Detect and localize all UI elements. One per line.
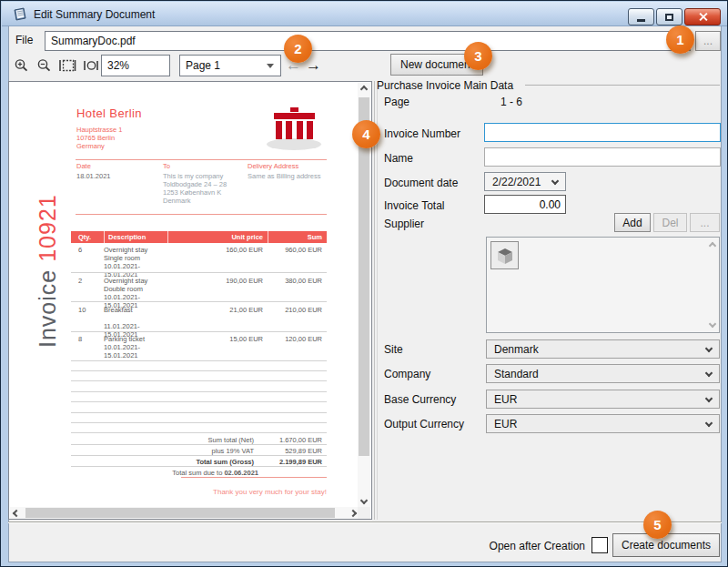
close-icon (698, 12, 708, 22)
fit-width-button[interactable] (81, 56, 101, 75)
supplier-add-button[interactable]: Add (614, 213, 651, 232)
chevron-left-icon (13, 509, 20, 516)
pdf-preview-pane[interactable]: Invoice 10921 Hotel Berlin Hauptstrasse … (8, 81, 372, 520)
invoice-total-row: Total sum (Gross)2.199,89 EUR (71, 458, 322, 466)
name-input[interactable] (484, 147, 721, 167)
invoice-thanks-text: Thank you very much for your stay! (118, 488, 327, 496)
invoice-table-row: 2 Overnight stayDouble room 10.01.2021-1… (71, 277, 327, 309)
annotation-callout-1: 1 (666, 25, 694, 54)
page-select-value: Page 1 (186, 59, 220, 72)
invoice-due-line: Total sum due to 02.06.2021 (71, 469, 258, 477)
chevron-down-icon (709, 320, 716, 328)
page-value: 1 - 6 (500, 96, 522, 108)
company-select[interactable]: Standard (486, 364, 720, 383)
window-frame-bottom (2, 562, 728, 567)
invoice-rule-top (76, 159, 327, 160)
window-title: Edit Summary Document (34, 8, 155, 21)
scroll-up-button[interactable] (706, 239, 719, 252)
supplier-list-scrollbar[interactable] (706, 238, 719, 332)
invoice-hotel-address: Hauptstrasse 1 10765 Berlin Germany (76, 126, 122, 150)
site-select[interactable]: Denmark (486, 339, 720, 359)
scroll-left-button[interactable] (10, 507, 23, 519)
fit-page-icon (58, 58, 76, 73)
cube-icon (496, 247, 514, 265)
document-date-label: Document date (384, 177, 458, 189)
minimize-button[interactable] (628, 8, 654, 25)
open-after-creation-checkbox[interactable] (592, 537, 608, 553)
invoice-rotated-title: Invoice 10921 (35, 194, 61, 348)
supplier-list[interactable] (486, 237, 720, 333)
close-button[interactable] (684, 8, 721, 25)
invoice-date-value: 18.01.2021 (76, 172, 111, 180)
supplier-list-item[interactable] (490, 241, 519, 269)
annotation-callout-5: 5 (643, 511, 672, 539)
title-bar[interactable]: Edit Summary Document (2, 2, 728, 26)
base-currency-label: Base Currency (384, 393, 456, 406)
invoice-total-input[interactable] (484, 195, 566, 214)
base-currency-value: EUR (494, 393, 517, 406)
chevron-down-icon (267, 64, 274, 68)
create-documents-button[interactable]: Create documents (612, 533, 720, 557)
invoice-to-label: To (163, 162, 170, 170)
page-select[interactable]: Page 1 (179, 55, 281, 76)
scrollbar-corner (358, 507, 370, 519)
zoom-level-input[interactable] (101, 55, 170, 76)
horizontal-scroll-thumb[interactable] (25, 508, 335, 518)
invoice-rule-bottom (181, 477, 327, 478)
app-document-icon (12, 6, 28, 23)
invoice-hotel-name: Hotel Berlin (76, 107, 142, 120)
output-currency-value: EUR (494, 418, 517, 430)
invoice-delivery-label: Delivery Address (248, 162, 298, 170)
name-label: Name (384, 152, 413, 165)
annotation-callout-4: 4 (352, 120, 380, 148)
edit-summary-document-dialog: Edit Summary Document File ... (0, 0, 728, 567)
chevron-right-icon (349, 509, 357, 516)
next-page-arrow-icon[interactable]: → (306, 56, 321, 75)
browse-file-button[interactable]: ... (695, 31, 721, 51)
site-value: Denmark (494, 343, 539, 356)
invoice-number-input[interactable] (484, 123, 721, 142)
scroll-up-button[interactable] (358, 83, 370, 96)
annotation-callout-3: 3 (464, 42, 492, 70)
chevron-down-icon (705, 394, 713, 401)
zoom-in-button[interactable] (11, 56, 31, 75)
file-label: File (15, 34, 33, 46)
scroll-down-button[interactable] (706, 318, 719, 330)
output-currency-select[interactable]: EUR (486, 414, 720, 433)
group-title: Purchase Invoice Main Data (377, 79, 513, 92)
invoice-rule-mid (76, 214, 327, 215)
company-label: Company (384, 368, 430, 380)
zoom-in-icon (14, 58, 29, 74)
file-path-input[interactable] (45, 31, 691, 51)
supplier-del-button[interactable]: Del (653, 213, 687, 232)
invoice-table-row: 8 Parking ticket10.01.2021- 15.01.2021 1… (71, 335, 327, 359)
invoice-total-label: Invoice Total (384, 199, 445, 212)
chevron-down-icon (705, 369, 713, 376)
fit-page-button[interactable] (57, 56, 77, 75)
invoice-date-label: Date (76, 162, 91, 170)
maximize-button[interactable] (656, 8, 682, 25)
group-title-rule (525, 85, 720, 86)
maximize-icon (665, 14, 673, 21)
brandenburg-gate-icon (274, 107, 315, 144)
invoice-to-address: This is my company Toldbodgade 24 – 28 1… (163, 172, 227, 205)
output-currency-label: Output Currency (384, 418, 464, 430)
pane-splitter[interactable] (374, 81, 375, 520)
scroll-down-button[interactable] (358, 494, 370, 507)
chevron-up-icon (709, 242, 716, 249)
fit-width-icon (83, 58, 99, 73)
preview-horizontal-scrollbar[interactable] (10, 507, 359, 519)
supplier-label: Supplier (384, 218, 424, 230)
chevron-down-icon (360, 497, 368, 504)
invoice-table-header: Qty. Description Unit price Sum (71, 231, 327, 243)
site-label: Site (384, 343, 403, 356)
annotation-callout-2: 2 (284, 35, 312, 63)
base-currency-select[interactable]: EUR (486, 390, 720, 409)
invoice-number-label: Invoice Number (384, 127, 460, 140)
supplier-more-button[interactable]: ... (690, 213, 720, 232)
chevron-down-icon (705, 344, 713, 351)
zoom-out-button[interactable] (34, 56, 54, 75)
document-date-picker[interactable]: 2/22/2021 (484, 172, 566, 191)
vertical-scroll-thumb[interactable] (359, 97, 369, 456)
chevron-down-icon (705, 419, 713, 426)
